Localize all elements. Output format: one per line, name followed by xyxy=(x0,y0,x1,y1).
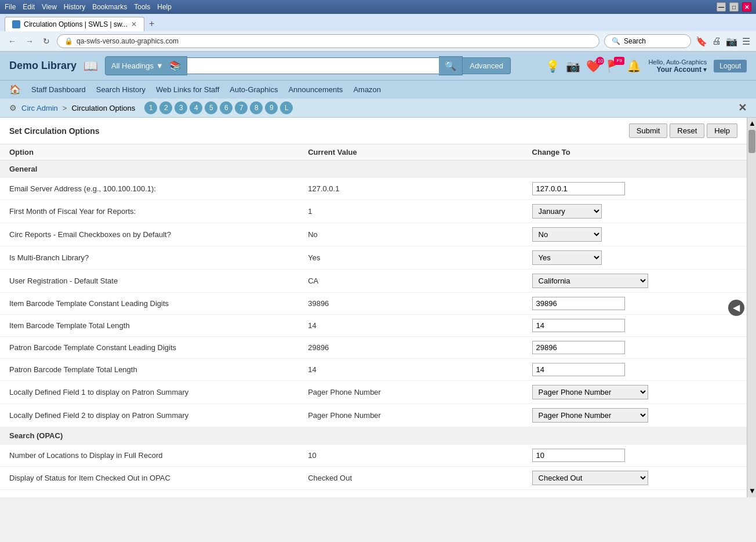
menu-icon[interactable]: ☰ xyxy=(742,36,750,47)
content-area: Set Circulation Options Submit Reset Hel… xyxy=(0,118,747,497)
tab-numbers: 1 2 3 4 5 6 7 8 9 L xyxy=(144,101,293,114)
lightbulb-icon[interactable]: 💡 xyxy=(546,59,560,73)
account-link[interactable]: Your Account xyxy=(657,66,702,74)
menu-help[interactable]: Help xyxy=(157,3,172,11)
section-header-label: Search (OPAC) xyxy=(0,427,747,445)
window-controls[interactable]: — □ ✕ xyxy=(717,2,751,12)
help-button[interactable]: Help xyxy=(707,123,737,138)
menu-tools[interactable]: Tools xyxy=(134,3,150,11)
bookmark-icon[interactable]: 🔖 xyxy=(696,36,707,47)
change-select[interactable]: NoYes xyxy=(532,227,602,242)
current-value: Pager Phone Number xyxy=(299,404,522,427)
nav-announcements[interactable]: Announcements xyxy=(284,83,347,96)
browser-menu[interactable]: File Edit View History Bookmarks Tools H… xyxy=(5,3,172,11)
window-maximize[interactable]: □ xyxy=(729,2,739,12)
camera-icon[interactable]: 📷 xyxy=(566,59,580,73)
option-label: Number of Locations to Display in Full R… xyxy=(0,445,299,467)
change-to-cell: YesNo xyxy=(523,246,747,270)
change-input[interactable] xyxy=(532,297,625,310)
tab-8[interactable]: 8 xyxy=(250,101,263,114)
scroll-thumb[interactable] xyxy=(748,130,755,153)
scrollbar[interactable]: ▲ ▼ xyxy=(747,118,756,497)
menu-bookmarks[interactable]: Bookmarks xyxy=(92,3,127,11)
change-select-wide[interactable]: Checked OutAvailableOn OrderIn Transit xyxy=(532,471,648,485)
refresh-button[interactable]: ↻ xyxy=(41,35,52,47)
print-icon[interactable]: 🖨 xyxy=(712,36,721,46)
change-select-wide[interactable]: CaliforniaAlabamaAlaskaArizonaArkansasCo… xyxy=(532,274,648,288)
forward-button[interactable]: → xyxy=(23,35,36,47)
screenshot-icon[interactable]: 📷 xyxy=(726,36,737,47)
tab-2[interactable]: 2 xyxy=(159,101,172,114)
menu-history[interactable]: History xyxy=(64,3,85,11)
change-select-wide[interactable]: Pager Phone NumberOption 2Option 3 xyxy=(532,385,648,399)
new-tab-button[interactable]: + xyxy=(144,16,159,31)
menu-edit[interactable]: Edit xyxy=(23,3,35,11)
change-select[interactable]: YesNo xyxy=(532,250,602,265)
flag-icon[interactable]: 🚩F9 xyxy=(606,59,621,73)
menu-file[interactable]: File xyxy=(5,3,16,11)
change-input[interactable] xyxy=(532,341,625,354)
nav-amazon[interactable]: Amazon xyxy=(348,83,386,96)
stack-icon: 📚 xyxy=(169,60,181,71)
current-value: No xyxy=(299,223,522,246)
home-icon[interactable]: 🏠 xyxy=(9,84,21,95)
tab-close-button[interactable]: ✕ xyxy=(131,20,137,28)
menu-view[interactable]: View xyxy=(42,3,57,11)
tab-3[interactable]: 3 xyxy=(175,101,187,114)
change-input[interactable] xyxy=(532,182,625,195)
search-go-button[interactable]: 🔍 xyxy=(439,56,463,75)
logout-button[interactable]: Logout xyxy=(714,60,747,72)
scroll-up-button[interactable]: ▲ xyxy=(747,118,756,129)
breadcrumb-circ-admin[interactable]: Circ Admin xyxy=(21,104,58,112)
scroll-down-button[interactable]: ▼ xyxy=(747,485,756,496)
change-input[interactable] xyxy=(532,363,625,376)
option-label: Patron Barcode Template Constant Leading… xyxy=(0,337,299,359)
tab-4[interactable]: 4 xyxy=(190,101,202,114)
tab-5[interactable]: 5 xyxy=(205,101,217,114)
change-select-wide[interactable]: Pager Phone NumberOption 2Option 3 xyxy=(532,408,648,423)
section-header-row: Search (OPAC) xyxy=(0,427,747,445)
heading-select[interactable]: All Headings ▼ 📚 xyxy=(105,56,187,75)
heart-icon[interactable]: ❤️10 xyxy=(586,59,601,73)
window-close[interactable]: ✕ xyxy=(742,2,751,12)
option-label: Locally Defined Field 1 to display on Pa… xyxy=(0,381,299,404)
bell-icon[interactable]: 🔔 xyxy=(627,59,641,73)
tab-6[interactable]: 6 xyxy=(220,101,232,114)
hello-text: Hello, Auto-Graphics xyxy=(648,59,707,66)
browser-search-box[interactable]: 🔍 Search xyxy=(604,34,691,48)
address-bar[interactable]: 🔒 qa-swls-verso.auto-graphics.com xyxy=(57,34,599,48)
change-select[interactable]: JanuaryFebruaryMarchAprilMayJuneJulyAugu… xyxy=(532,204,602,219)
nav-search-history[interactable]: Search History xyxy=(92,83,150,96)
tab-L[interactable]: L xyxy=(280,101,293,114)
change-to-cell xyxy=(523,359,747,381)
browser-tab-active[interactable]: Circulation Options | SWLS | sw... ✕ xyxy=(5,17,144,31)
advanced-search-button[interactable]: Advanced xyxy=(463,57,511,74)
option-label: Item Barcode Template Total Length xyxy=(0,315,299,337)
reset-button[interactable]: Reset xyxy=(670,123,704,138)
tab-7[interactable]: 7 xyxy=(235,101,248,114)
search-input[interactable] xyxy=(187,57,439,74)
options-table: Option Current Value Change To General E… xyxy=(0,144,747,490)
submit-button[interactable]: Submit xyxy=(629,123,667,138)
nav-web-links[interactable]: Web Links for Staff xyxy=(151,83,224,96)
nav-staff-dashboard[interactable]: Staff Dashboard xyxy=(27,83,90,96)
option-label: Display of Status for Item Checked Out i… xyxy=(0,467,299,490)
tab-1[interactable]: 1 xyxy=(144,101,157,114)
change-input[interactable] xyxy=(532,449,625,462)
flag-badge: F9 xyxy=(614,57,624,65)
table-row: Item Barcode Template Total Length 14 xyxy=(0,315,747,337)
window-minimize[interactable]: — xyxy=(717,2,726,12)
nav-auto-graphics[interactable]: Auto-Graphics xyxy=(225,83,282,96)
tab-9[interactable]: 9 xyxy=(265,101,278,114)
main-wrapper: Set Circulation Options Submit Reset Hel… xyxy=(0,118,756,497)
close-button[interactable]: ✕ xyxy=(738,101,747,114)
col-current-value: Current Value xyxy=(299,144,522,161)
page-header: Set Circulation Options Submit Reset Hel… xyxy=(0,118,747,144)
side-arrow-button[interactable]: ◀ xyxy=(728,300,744,316)
back-button[interactable]: ← xyxy=(6,35,19,47)
breadcrumb-bar: ⚙ Circ Admin > Circulation Options 1 2 3… xyxy=(0,99,756,118)
section-header-row: General xyxy=(0,161,747,178)
lock-icon: 🔒 xyxy=(64,37,73,45)
change-input[interactable] xyxy=(532,319,625,332)
current-value: 127.0.0.1 xyxy=(299,178,522,200)
